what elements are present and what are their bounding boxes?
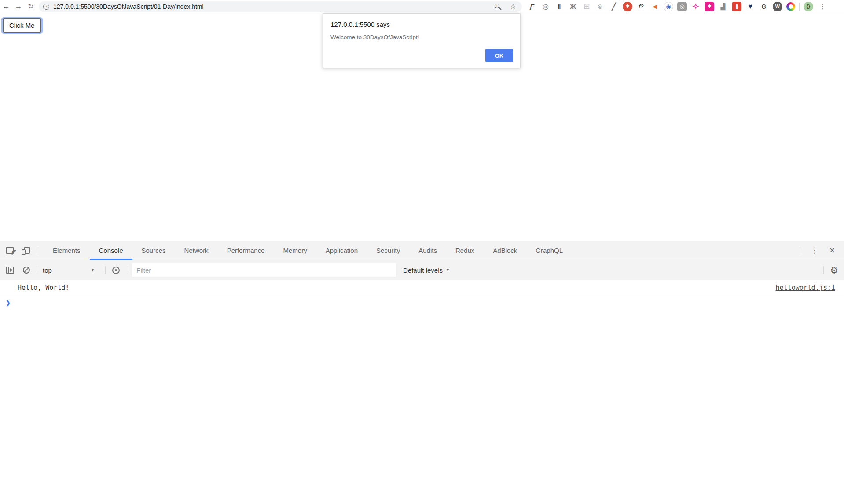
profile-avatar[interactable]: {} — [804, 2, 813, 11]
devtools-close-icon[interactable]: ✕ — [829, 246, 835, 255]
bookmark-extension-icon[interactable]: ❚ — [732, 2, 741, 11]
prompt-chevron-icon: ❯ — [6, 299, 11, 306]
tab-elements[interactable]: Elements — [44, 241, 90, 260]
console-prompt[interactable]: ❯ — [0, 295, 844, 310]
rainbow-ring-extension-icon[interactable] — [786, 2, 795, 11]
tabbar-right-divider — [800, 247, 800, 255]
alert-title: 127.0.0.1:5500 says — [330, 21, 390, 28]
heart-lens-extension-icon[interactable]: ♥ — [745, 2, 755, 11]
log-levels-selector[interactable]: Default levels ▼ — [403, 267, 450, 274]
back-icon[interactable]: ← — [0, 2, 12, 11]
browser-toolbar: ← → ↻ i 127.0.0.1:5500/30DaysOfJavaScrip… — [0, 0, 844, 13]
address-bar[interactable]: i 127.0.0.1:5500/30DaysOfJavaScript/01-D… — [39, 1, 522, 12]
tab-graphql[interactable]: GraphQL — [526, 241, 572, 260]
log-levels-label: Default levels — [403, 267, 443, 274]
swirl-extension-icon[interactable]: ◉ — [664, 2, 673, 11]
forward-icon[interactable]: → — [12, 2, 25, 11]
tab-network[interactable]: Network — [175, 241, 218, 260]
camera-extension-icon[interactable]: ◎ — [677, 2, 687, 11]
blocks-arrow-extension-icon[interactable]: ▟ — [718, 2, 728, 11]
console-sidebar-toggle-icon[interactable] — [6, 267, 14, 274]
console-message-row: Hello, World!helloworld.js:1 — [0, 280, 844, 295]
settings-gear-icon[interactable]: ⚙ — [830, 266, 838, 275]
megaphone-extension-icon[interactable]: ◀ — [650, 2, 660, 11]
url-text[interactable]: 127.0.0.1:5500/30DaysOfJavaScript/01-Day… — [53, 3, 204, 10]
context-selector[interactable]: top ▼ — [37, 267, 98, 274]
live-expression-eye-icon[interactable] — [112, 267, 120, 274]
toolbar-divider — [799, 3, 800, 11]
browser-menu-icon[interactable]: ⋮ — [817, 2, 828, 11]
zoom-plus-glyph: + — [495, 4, 499, 8]
console-source-link[interactable]: helloworld.js:1 — [776, 284, 835, 292]
gear-box-extension-icon[interactable]: ✱ — [705, 2, 714, 11]
reload-icon[interactable]: ↻ — [25, 2, 37, 11]
devtools-tab-strip: ElementsConsoleSourcesNetworkPerformance… — [44, 241, 572, 260]
tab-sources[interactable]: Sources — [132, 241, 175, 260]
eyedropper-extension-icon[interactable]: ╱ — [609, 2, 619, 11]
console-messages: Hello, World!helloworld.js:1 — [0, 280, 844, 295]
page-content: Click Me 127.0.0.1:5500 says Welcome to … — [0, 13, 844, 241]
tab-adblock[interactable]: AdBlock — [484, 241, 526, 260]
panels-extension-icon[interactable]: Ⅱ — [554, 2, 564, 11]
extension-list: Ƒ◎ⅡЖ⊞☺╱✱f?◀◉◎✧✱▟❚♥GW — [527, 2, 795, 11]
g-ring-extension-icon[interactable]: G — [759, 2, 769, 11]
alert-dialog: 127.0.0.1:5500 says Welcome to 30DaysOfJ… — [323, 13, 521, 68]
tab-memory[interactable]: Memory — [274, 241, 316, 260]
smiley-extension-icon[interactable]: ☺ — [595, 2, 605, 11]
device-toolbar-icon[interactable] — [22, 247, 30, 255]
w-circle-extension-icon[interactable]: W — [773, 2, 782, 11]
devtools-panel: ❯ ElementsConsoleSourcesNetworkPerforman… — [0, 241, 844, 504]
tab-security[interactable]: Security — [367, 241, 409, 260]
grid-extension-icon[interactable]: ⊞ — [582, 2, 591, 11]
tab-console[interactable]: Console — [90, 241, 132, 260]
inspect-element-icon[interactable]: ❯ — [6, 247, 14, 254]
clear-console-icon[interactable] — [23, 267, 30, 274]
alert-ok-button[interactable]: OK — [485, 49, 513, 62]
devtools-menu-icon[interactable]: ⋮ — [809, 246, 820, 255]
chevron-down-icon: ▼ — [91, 268, 95, 272]
bookmark-star-icon[interactable]: ☆ — [510, 3, 516, 10]
ring-extension-icon[interactable]: ◎ — [541, 2, 550, 11]
alert-message: Welcome to 30DaysOfJavaScript! — [330, 34, 419, 40]
context-label: top — [43, 267, 52, 274]
click-me-button[interactable]: Click Me — [3, 18, 41, 33]
tab-application[interactable]: Application — [316, 241, 367, 260]
info-icon[interactable]: i — [43, 4, 49, 10]
zoom-icon[interactable]: + — [494, 3, 502, 11]
tab-audits[interactable]: Audits — [409, 241, 446, 260]
devtools-tabbar: ❯ ElementsConsoleSourcesNetworkPerforman… — [0, 241, 844, 260]
fontface-question-extension-icon[interactable]: f? — [636, 2, 646, 11]
tabbar-divider — [38, 247, 38, 255]
chevron-down-icon: ▼ — [446, 268, 450, 272]
font-script-extension-icon[interactable]: Ƒ — [527, 2, 537, 11]
bug-extension-icon[interactable]: Ж — [568, 2, 578, 11]
tab-performance[interactable]: Performance — [218, 241, 274, 260]
console-message-text: Hello, World! — [18, 284, 69, 292]
console-toolbar: top ▼ Default levels ▼ ⚙ — [0, 260, 844, 280]
tab-redux[interactable]: Redux — [446, 241, 484, 260]
graphql-star-extension-icon[interactable]: ✧ — [691, 2, 701, 11]
stop-hand-extension-icon[interactable]: ✱ — [623, 2, 632, 11]
filter-input[interactable] — [132, 263, 396, 277]
